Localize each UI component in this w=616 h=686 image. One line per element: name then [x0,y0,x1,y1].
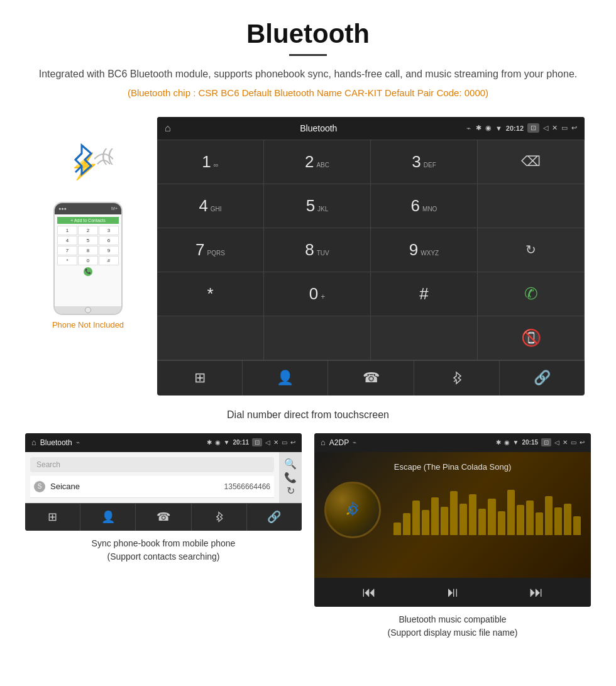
phone-signal: ●●● [58,206,67,211]
call-answer-icon[interactable]: ✆ [524,284,538,304]
dial-row5-3 [371,316,478,360]
dial-key-call-red[interactable]: 📵 [478,316,585,360]
dial-key-6[interactable]: 6 MNO [371,184,478,228]
music-caption-line1: Bluetooth music compatible [399,614,506,624]
music-status-right: ✱ ◉ ▼ 20:15 ⊡ ◁ ✕ ▭ ↩ [496,438,585,446]
pb-screen-icon: ▭ [282,439,287,446]
dial-key-1[interactable]: 1 ∞ [157,140,264,184]
music-x-icon: ✕ [563,439,568,446]
key-5-sub: JKL [317,206,328,213]
dial-key-hash[interactable]: # [371,272,478,316]
pb-nav-bt[interactable] [192,504,247,531]
pb-home-icon[interactable]: ⌂ [31,438,36,447]
pb-usb-icon: ⌁ [76,439,80,446]
key-6-main: 6 MNO [411,196,437,216]
key-1-sub: ∞ [214,161,219,169]
key-3-main: 3 DEF [412,152,436,172]
key-4-number: 4 [199,196,207,216]
dial-key-9[interactable]: 9 WXYZ [371,228,478,272]
dial-key-0[interactable]: 0 + [264,272,371,316]
volume-icon[interactable]: ◁ [543,124,548,132]
key-3-sub: DEF [424,162,436,169]
nav-link-button[interactable]: 🔗 [500,361,585,396]
waveform-bar-6 [450,491,458,535]
waveform-bar-1 [403,513,410,535]
call-end-icon[interactable]: 📵 [521,328,541,348]
key-0-number: 0 [309,284,318,304]
phone-key-0: 0 [78,256,98,265]
waveform-bar-8 [469,494,476,535]
key-7-number: 7 [195,240,204,260]
key-6-number: 6 [411,196,420,216]
pb-status-right: ✱ ◉ ▼ 20:11 ⊡ ◁ ✕ ▭ ↩ [207,438,295,446]
dial-key-7[interactable]: 7 PQRS [157,228,264,272]
dial-key-3[interactable]: 3 DEF [371,140,478,184]
dial-bottom-nav: ⊞ 👤 ☎ 🔗 [157,360,585,396]
nav-contacts-button[interactable]: 👤 [243,361,328,396]
music-waveform [393,485,581,535]
phone-home-circle [85,307,91,313]
music-caption-line2: (Support display music file name) [388,628,518,638]
refresh-icon[interactable]: ↻ [525,242,536,257]
key-8-content: 8 TUV [305,240,329,260]
music-next-button[interactable]: ⏭ [529,584,543,600]
dial-section: (( ⚡ ●●● M+ + Add to Contacts 1 [0,117,616,402]
waveform-bar-9 [478,509,486,535]
svg-line-1 [75,153,82,160]
waveform-bar-3 [422,510,429,535]
music-home-icon[interactable]: ⌂ [321,438,326,447]
dial-key-4[interactable]: 4 GHI [157,184,264,228]
waveform-bar-0 [393,523,401,535]
bluetooth-nav-icon [449,371,463,385]
waveform-bar-15 [536,512,543,535]
backspace-icon[interactable]: ⌫ [521,153,541,170]
dial-key-8[interactable]: 8 TUV [264,228,371,272]
pb-call-icon[interactable]: 📞 [284,472,297,484]
back-icon[interactable]: ↩ [571,124,577,132]
pb-refresh-icon[interactable]: ↻ [287,485,295,497]
waveform-bar-10 [488,499,495,535]
close-icon[interactable]: ✕ [552,124,558,132]
phone-screen: + Add to Contacts 1 2 3 4 5 6 7 8 9 * 0 … [55,214,121,306]
pb-loc-icon: ◉ [215,439,221,446]
music-panel: ⌂ A2DP ⌁ ✱ ◉ ▼ 20:15 ⊡ ◁ ✕ ▭ ↩ Escape (T… [314,433,591,639]
key-2-main: 2 ABC [305,152,329,172]
nav-dialpad-button[interactable]: ⊞ [157,361,243,396]
dial-key-call-green[interactable]: ✆ [478,272,585,316]
pb-caption-line2: (Support contacts searching) [107,551,220,562]
key-5-number: 5 [306,196,315,216]
pb-side-buttons: 🔍 📞 ↻ [279,452,302,503]
key-9-sub: WXYZ [421,250,439,257]
key-3-number: 3 [412,152,421,172]
nav-phone-button[interactable]: ☎ [328,361,414,396]
music-playpause-button[interactable]: ⏯ [446,584,459,600]
pb-bt-icon: ✱ [207,439,212,446]
phone-illustration: (( ⚡ ●●● M+ + Add to Contacts 1 [31,117,145,329]
key-9-number: 9 [409,240,418,260]
nav-bluetooth-button[interactable] [414,361,500,396]
pb-contact-row[interactable]: S Seicane 13566664466 [30,476,274,498]
music-loc-icon: ◉ [504,439,510,446]
phone-key-7: 7 [57,246,77,255]
screen-icon[interactable]: ▭ [561,124,568,132]
music-prev-button[interactable]: ⏮ [362,584,376,600]
key-9-content: 9 WXYZ [409,240,439,260]
pb-nav-link[interactable]: 🔗 [247,504,302,531]
dial-key-5[interactable]: 5 JKL [264,184,371,228]
waveform-bar-14 [526,501,534,535]
dial-key-star[interactable]: * [157,272,264,316]
pb-nav-dialpad[interactable]: ⊞ [25,504,80,531]
pb-nav-phone[interactable]: ☎ [136,504,191,531]
dial-statusbar: ⌂ Bluetooth ⌁ ✱ ◉ ▼ 20:12 ⊡ ◁ ✕ ▭ ↩ [157,117,585,140]
pb-time: 20:11 [233,439,249,446]
status-icons: ✱ ◉ ▼ 20:12 ⊡ ◁ ✕ ▭ ↩ [476,123,577,133]
camera-icon[interactable]: ⊡ [527,123,539,133]
music-controls: ⏮ ⏯ ⏭ [314,578,591,607]
car-dial-screen: ⌂ Bluetooth ⌁ ✱ ◉ ▼ 20:12 ⊡ ◁ ✕ ▭ ↩ 1 [157,117,585,396]
pb-search-icon[interactable]: 🔍 [284,458,297,470]
home-icon[interactable]: ⌂ [165,123,171,134]
pb-nav-contacts[interactable]: 👤 [80,504,136,531]
dial-key-2[interactable]: 2 ABC [264,140,371,184]
music-time: 20:15 [522,439,538,446]
pb-search-bar[interactable]: Search [30,457,274,472]
